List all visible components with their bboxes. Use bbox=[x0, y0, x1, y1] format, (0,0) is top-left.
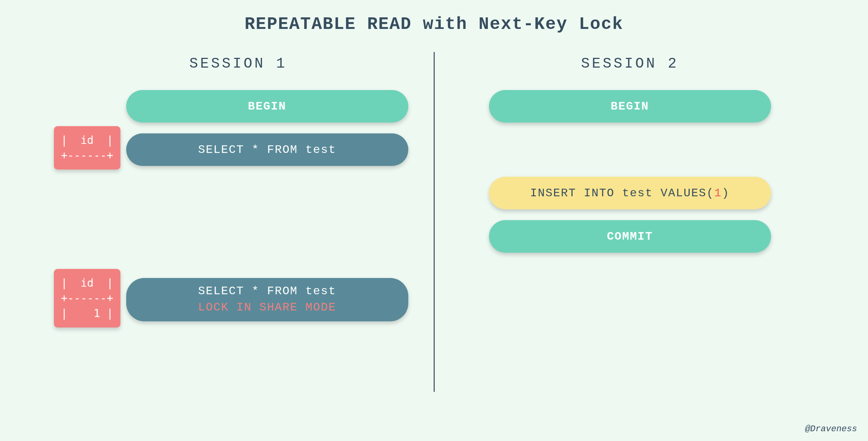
diagram-title: REPEATABLE READ with Next-Key Lock bbox=[0, 0, 868, 34]
insert-text: INSERT INTO test VALUES(1) bbox=[530, 187, 729, 200]
session-2-label: SESSION 2 bbox=[581, 56, 678, 72]
session-1: SESSION 1 BEGIN SELECT * FROM test | id … bbox=[58, 56, 419, 392]
session1-begin-pill: BEGIN bbox=[126, 90, 408, 123]
select1-text: SELECT * FROM test bbox=[198, 143, 336, 157]
select2-line1: SELECT * FROM test bbox=[198, 283, 336, 300]
result-box-1: | id | +------+ bbox=[54, 126, 121, 170]
vertical-divider bbox=[434, 52, 435, 392]
begin-text: BEGIN bbox=[248, 100, 286, 113]
session-2: SESSION 2 BEGIN INSERT INTO test VALUES(… bbox=[449, 56, 811, 392]
commit-text: COMMIT bbox=[607, 230, 653, 243]
session2-insert-pill: INSERT INTO test VALUES(1) bbox=[489, 177, 771, 209]
session1-select1-pill: SELECT * FROM test bbox=[126, 133, 408, 166]
credit-text: @Draveness bbox=[805, 424, 857, 434]
session1-select2-pill: SELECT * FROM test LOCK IN SHARE MODE bbox=[126, 278, 408, 321]
select2-line2: LOCK IN SHARE MODE bbox=[198, 300, 336, 316]
session-1-label: SESSION 1 bbox=[189, 56, 287, 72]
begin-text: BEGIN bbox=[610, 100, 649, 113]
session2-commit-pill: COMMIT bbox=[489, 220, 771, 253]
result-box-2: | id | +------+ | 1 | bbox=[54, 269, 121, 327]
session2-begin-pill: BEGIN bbox=[489, 90, 771, 123]
diagram-container: SESSION 1 BEGIN SELECT * FROM test | id … bbox=[0, 56, 868, 392]
